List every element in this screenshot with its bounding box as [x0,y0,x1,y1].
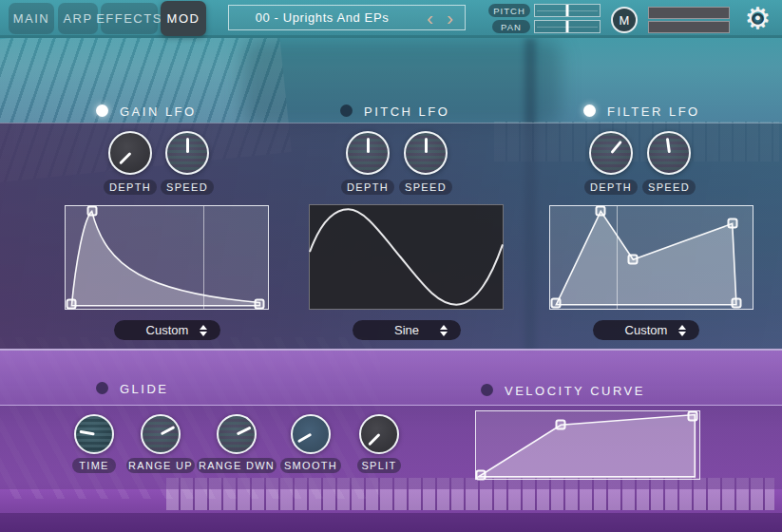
glide-range-up-label: RANGE UP [126,458,195,473]
gain-speed-knob[interactable] [165,131,209,175]
gain-depth-knob[interactable] [108,131,152,175]
knob-pointer [186,138,189,153]
velocity-curve-toggle[interactable] [481,384,493,396]
filter-lfo-loop-marker[interactable] [617,206,618,309]
velocity-curve-handle[interactable] [556,420,566,430]
preset-next-icon[interactable]: › [447,5,453,30]
settings-gear-icon[interactable]: ⚙ [742,3,773,34]
tab-effects[interactable]: EFFECTS [101,3,158,34]
plugin-window: MAIN ARP EFFECTS MOD 00 - Uprights And E… [0,0,782,532]
gain-lfo-title: GAIN LFO [120,104,197,119]
pitch-slider[interactable] [534,4,601,17]
updown-arrows-icon [200,325,208,336]
pitch-speed-knob[interactable] [404,131,448,175]
updown-arrows-icon [440,325,448,336]
glide-title: GLIDE [120,382,169,396]
filter-lfo-title: FILTER LFO [607,104,700,119]
knob-pointer [119,152,131,164]
knob-pointer [236,427,251,436]
filter-curve-handle[interactable] [551,297,562,308]
gain-lfo-loop-marker[interactable] [203,206,204,309]
velocity-curve-shape [476,411,699,479]
velocity-curve-title: VELOCITY CURVE [505,384,645,398]
updown-arrows-icon [678,325,687,336]
velocity-curve-handle[interactable] [687,410,697,421]
gain-speed-label: SPEED [161,180,214,195]
filter-lfo-toggle[interactable] [583,104,596,117]
filter-curve-handle[interactable] [596,206,606,217]
filter-lfo-wave-display[interactable] [549,205,753,310]
pitch-lfo-wave-display[interactable] [309,204,504,310]
pan-label: PAN [492,20,530,33]
glide-velocity-header-band: GLIDE VELOCITY CURVE [0,349,782,406]
knob-pointer [160,426,175,435]
gain-lfo-toggle[interactable] [96,104,108,117]
velocity-curve-handle[interactable] [475,469,486,480]
pitch-depth-knob[interactable] [346,131,390,175]
lfo-section: DEPTH SPEED Custom DEPTH SPEED Sine [0,123,782,349]
glide-smooth-knob[interactable] [291,414,331,454]
glide-split-label: SPLIT [357,458,401,473]
gain-wave-select[interactable]: Custom [114,320,220,340]
knob-pointer [665,138,670,153]
glide-range-up-knob[interactable] [141,414,181,454]
glide-range-dwn-knob[interactable] [217,414,257,454]
filter-lfo-waveform [550,206,753,309]
filter-curve-handle[interactable] [731,297,741,308]
filter-speed-knob[interactable] [647,131,691,175]
knob-pointer [367,138,370,153]
gain-depth-label: DEPTH [104,180,157,195]
gain-curve-handle[interactable] [67,298,77,309]
filter-curve-handle[interactable] [628,255,639,265]
filter-depth-knob[interactable] [589,131,633,175]
gain-lfo-waveform [66,206,268,309]
glide-smooth-label: SMOOTH [280,458,341,473]
pitch-speed-label: SPEED [399,180,452,195]
filter-curve-handle[interactable] [727,218,737,229]
knob-pointer [296,433,311,444]
pitch-wave-select-value: Sine [394,323,419,337]
knob-pointer [368,433,380,446]
tab-mod[interactable]: MOD [161,1,206,36]
gain-lfo-wave-display[interactable] [65,205,269,310]
glide-range-dwn-label: RANGE DWN [197,458,277,473]
tab-main[interactable]: MAIN [9,3,54,34]
glide-time-knob[interactable] [74,414,114,454]
background-bottom-case-shadow [0,513,782,532]
gain-curve-handle[interactable] [255,298,265,309]
knob-pointer [79,430,94,436]
filter-wave-select-value: Custom [625,323,668,337]
preset-prev-icon[interactable]: ‹ [427,5,433,30]
pitch-depth-label: DEPTH [341,180,394,195]
filter-speed-label: SPEED [642,180,696,195]
pitch-lfo-toggle[interactable] [340,104,353,117]
glide-velocity-controls: TIME RANGE UP RANGE DWN SMOOTH SPLIT [0,406,782,489]
preset-name: 00 - Uprights And EPs [229,6,415,29]
gear-glyph: ⚙ [742,3,773,34]
glide-time-label: TIME [72,458,116,473]
pitch-slider-handle[interactable] [566,5,569,16]
gain-wave-select-value: Custom [146,323,189,337]
velocity-curve-display[interactable] [475,410,700,480]
mute-button[interactable]: M [611,7,638,33]
glide-split-knob[interactable] [359,414,399,454]
knob-pointer [610,141,622,154]
pitch-lfo-title: PITCH LFO [364,104,449,119]
glide-toggle[interactable] [96,382,108,394]
preset-selector[interactable]: 00 - Uprights And EPs ‹ › [228,5,466,30]
pitch-label: PITCH [488,4,530,17]
pitch-lfo-waveform [310,205,503,309]
filter-wave-select[interactable]: Custom [593,320,699,340]
pan-slider[interactable] [534,20,601,33]
knob-pointer [425,138,428,153]
filter-depth-label: DEPTH [584,180,638,195]
pitch-wave-select[interactable]: Sine [353,320,461,340]
level-meter-right [648,21,730,33]
level-meter-left [648,7,730,19]
top-bar: MAIN ARP EFFECTS MOD 00 - Uprights And E… [0,0,782,38]
tab-arp[interactable]: ARP [58,3,98,34]
gain-curve-handle[interactable] [86,206,97,217]
pan-slider-handle[interactable] [566,21,569,32]
